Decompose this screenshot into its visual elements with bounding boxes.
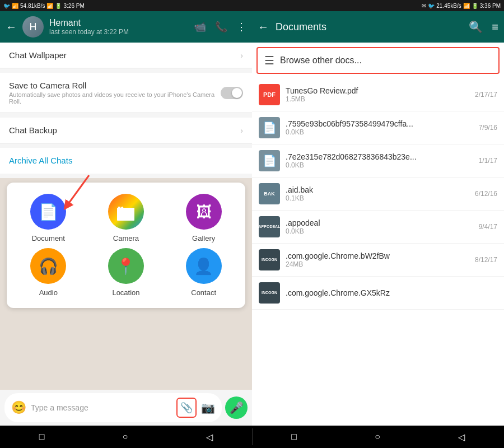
header-icons: 📹 📞 ⋮ [194,21,246,33]
chat-wallpaper-label: Chat Wallpaper [9,50,67,60]
right-panel: ← Documents 🔍 ≡ ☰ Browse other docs... P… [252,11,504,426]
contact-label: Contact [191,288,216,297]
chevron-right-icon: › [240,51,243,60]
avatar-image: H [22,16,44,38]
settings-separator-2 [0,113,252,118]
attachment-contact[interactable]: 👤 Contact [167,248,240,297]
attachment-document[interactable]: 📄 Document [12,194,85,242]
mail-icon: ✉ [422,3,426,9]
chat-backup-item[interactable]: Chat Backup › [0,118,252,143]
doc-item-2[interactable]: 📄 .7e2e315e782d068273836843b23e... 0.0KB… [252,144,504,178]
settings-separator-1 [0,68,252,73]
doc-date-chrome1: 8/12/17 [475,256,497,264]
contact-icon-circle: 👤 [186,248,222,284]
doc-name-1: .7595e93bc06bf957358499479cffa... [286,119,431,128]
message-bar: 😊 Type a message 📎 📷 🎤 [0,390,252,426]
docs-search-icon[interactable]: 🔍 [469,20,483,34]
attachment-audio[interactable]: 🎧 Audio [12,248,85,297]
doc-name-chrome1: .com.google.Chrome.bW2fBw [286,251,431,260]
document-icon-circle: 📄 [30,194,66,230]
attachment-gallery[interactable]: 🖼 Gallery [167,194,240,242]
back-button[interactable]: ← [6,21,17,34]
toggle-knob [232,88,242,98]
attachment-location[interactable]: 📍 Location [90,248,162,297]
settings-separator-4 [0,174,252,178]
attachment-panel-wrap: 📄 Document 📷 Camera 🖼 Ga [2,178,250,312]
doc-info-1: .7595e93bc06bf957358499479cffa... 0.0KB [286,119,473,136]
mic-button[interactable]: 🎤 [225,396,248,419]
doc-name-pdf: TunesGo Review.pdf [286,86,431,95]
docs-title: Documents [276,21,462,33]
nav-triangle-left[interactable]: ◁ [206,432,213,442]
gallery-icon-circle: 🖼 [186,194,222,230]
avatar[interactable]: H [22,16,44,38]
save-to-camera-roll-label: Save to Camera Roll [9,81,221,90]
chrome-icon-2: INCOGN [259,282,280,304]
save-to-camera-toggle[interactable] [221,87,243,99]
audio-icon-circle: 🎧 [30,248,66,284]
nav-circle-left[interactable]: ○ [123,432,128,442]
doc-name-chrome2: .com.google.Chrome.GX5kRz [286,288,431,297]
docs-header: ← Documents 🔍 ≡ [252,11,504,43]
contact-name: Hemant [49,18,188,28]
location-icon: 📍 [116,257,136,276]
doc-info-chrome2: .com.google.Chrome.GX5kRz [286,288,492,297]
docs-icons: 🔍 ≡ [469,20,498,34]
browse-text: Browse other docs... [280,55,362,66]
save-to-camera-roll-item[interactable]: Save to Camera Roll Automatically save p… [0,73,252,113]
nav-square-right[interactable]: □ [291,432,297,442]
nav-square-left[interactable]: □ [39,432,45,442]
speed-right: 21.45kB/s [436,3,461,9]
more-icon[interactable]: ⋮ [236,21,246,33]
message-input-wrap: 😊 Type a message 📎 📷 [4,393,222,422]
chevron-right-icon-2: › [240,126,243,135]
doc-item-1[interactable]: 📄 .7595e93bc06bf957358499479cffa... 0.0K… [252,111,504,144]
wifi-icon: 📶 [12,3,18,9]
nav-section-left: □ ○ ◁ [0,432,252,442]
clip-button[interactable]: 📎 [176,398,197,418]
doc-date-appodeal: 9/4/17 [479,223,497,231]
archive-all-chats-label: Archive All Chats [9,156,72,165]
doc-size-chrome1: 24MB [286,260,469,268]
camera-icon-circle: 📷 [108,194,144,230]
doc-info-appodeal: .appodeal 0.0KB [286,218,473,235]
doc-date-1: 7/9/16 [479,124,497,132]
phone-icon[interactable]: 📞 [215,21,227,33]
doc-item-bak[interactable]: BAK .aid.bak 0.1KB 6/12/16 [252,178,504,211]
nav-circle-right[interactable]: ○ [375,432,380,442]
doc-item-pdf[interactable]: PDF TunesGo Review.pdf 1.5MB 2/17/17 [252,78,504,111]
signal-icon: 📶 [46,3,53,9]
attachment-panel: 📄 Document 📷 Camera 🖼 Ga [7,183,245,308]
doc-item-appodeal[interactable]: APPODEAL .appodeal 0.0KB 9/4/17 [252,211,504,244]
status-bar: 🐦 📶 54.81kB/s 📶 🔋 3:26 PM ✉ 🐦 21.45kB/s … [0,0,504,11]
doc-date-pdf: 2/17/17 [475,91,497,99]
camera-label: Camera [113,234,139,242]
browse-bar[interactable]: ☰ Browse other docs... [256,47,500,74]
camera-button-msg[interactable]: 📷 [201,401,215,414]
attachment-camera[interactable]: 📷 Camera [90,194,162,242]
time-right: 3:36 PM [480,3,501,9]
doc-item-chrome1[interactable]: INCOGN .com.google.Chrome.bW2fBw 24MB 8/… [252,244,504,277]
nav-triangle-right[interactable]: ◁ [458,432,465,442]
settings-separator-3 [0,143,252,148]
location-label: Location [112,288,139,297]
emoji-button[interactable]: 😊 [11,400,26,415]
docs-back-button[interactable]: ← [258,21,269,34]
doc-size-2: 0.0KB [286,161,473,169]
signal-icon-right: 📶 [463,3,470,9]
doc-size-1: 0.0KB [286,128,473,136]
nav-bar: □ ○ ◁ □ ○ ◁ [0,426,504,448]
doc-item-chrome2[interactable]: INCOGN .com.google.Chrome.GX5kRz [252,277,504,310]
docs-filter-icon[interactable]: ≡ [492,21,498,34]
video-icon[interactable]: 📹 [194,21,206,33]
bak-icon: BAK [259,183,280,204]
save-to-camera-roll-sub: Automatically save photos and videos you… [9,91,221,105]
archive-all-chats-item[interactable]: Archive All Chats [0,148,252,174]
chat-backup-label: Chat Backup [9,125,57,135]
document-list: PDF TunesGo Review.pdf 1.5MB 2/17/17 📄 .… [252,78,504,426]
doc-name-2: .7e2e315e782d068273836843b23e... [286,152,431,161]
contact-info: Hemant last seen today at 3:22 PM [49,18,188,36]
message-input[interactable]: Type a message [31,403,172,412]
nav-section-right: □ ○ ◁ [253,432,505,442]
chat-wallpaper-item[interactable]: Chat Wallpaper › [0,43,252,68]
